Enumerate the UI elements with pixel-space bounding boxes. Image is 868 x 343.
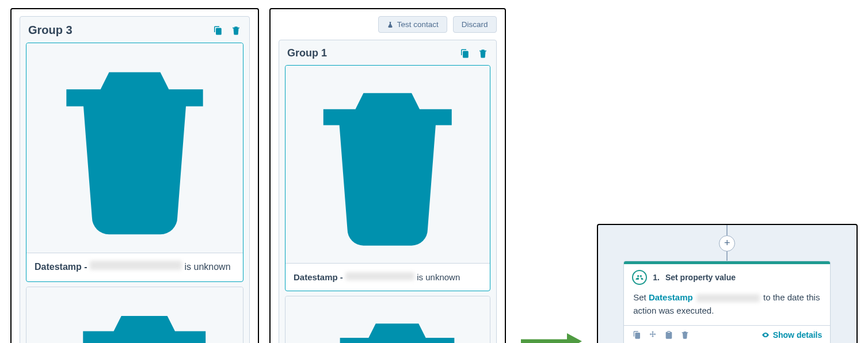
filter-trash-bar (26, 43, 243, 253)
step-index: 1. (653, 273, 660, 282)
group-body: Datestamp - is unknown AND Form submissi… (279, 65, 496, 343)
svg-marker-1 (567, 333, 582, 343)
trash-icon[interactable] (32, 47, 237, 251)
test-contact-button[interactable]: Test contact (378, 16, 447, 33)
and-block: AND Call-to-action (Legacy) has clicked … (26, 287, 243, 343)
group-card: Group 3 Datestamp - is unknown (20, 16, 250, 343)
datestamp-prefix: Datestamp - (35, 262, 90, 272)
add-step-button[interactable]: + (719, 235, 735, 251)
card-footer: Show details (624, 325, 830, 343)
group-body: Datestamp - is unknown AND Call-to-actio… (20, 43, 249, 343)
trash-icon[interactable] (680, 330, 690, 340)
show-details-label: Show details (773, 330, 823, 340)
discard-label: Discard (462, 20, 488, 29)
group-title: Group 1 (287, 47, 327, 59)
filter-block-datestamp[interactable]: Datestamp - is unknown (26, 43, 243, 282)
people-icon (632, 270, 647, 285)
datestamp-suffix: is unknown (417, 272, 460, 282)
group-actions (212, 25, 241, 36)
step-title: Set property value (665, 273, 736, 282)
arrow-icon (520, 331, 583, 343)
workflow-panel: + 1. Set property value Set Datestamp to… (597, 224, 858, 343)
filter-trash-bar (285, 66, 490, 264)
trash-icon[interactable] (311, 302, 483, 343)
trash-icon[interactable] (478, 48, 488, 59)
property-link[interactable]: Datestamp (649, 292, 693, 302)
datestamp-suffix: is unknown (184, 262, 230, 272)
clone-icon[interactable] (632, 330, 641, 340)
clone-icon[interactable] (212, 25, 223, 36)
group-title: Group 3 (28, 24, 73, 37)
trash-icon[interactable] (291, 69, 484, 262)
stage: Group 3 Datestamp - is unknown (10, 8, 858, 343)
eye-icon (762, 331, 770, 339)
trash-icon[interactable] (52, 293, 237, 343)
workflow-action-card[interactable]: 1. Set property value Set Datestamp to t… (623, 261, 831, 343)
group-card: Group 1 Datestamp - is unknown (279, 40, 497, 343)
move-icon[interactable] (648, 330, 657, 340)
redacted-value (696, 294, 760, 302)
card-action-icons (632, 330, 690, 340)
group-header: Group 3 (20, 17, 249, 43)
group-actions (459, 48, 488, 59)
mid-toolbar: Test contact Discard (279, 16, 497, 33)
redacted-value (90, 261, 182, 270)
filter-text: Datestamp - is unknown (26, 253, 243, 281)
trash-icon[interactable] (231, 25, 241, 36)
flask-icon (387, 21, 394, 28)
datestamp-prefix: Datestamp - (294, 272, 345, 282)
card-body: Set Datestamp to the date this action wa… (624, 288, 830, 326)
test-label: Test contact (397, 20, 439, 29)
clone-icon[interactable] (459, 48, 470, 59)
mid-panel: Test contact Discard Group 1 (269, 8, 506, 343)
filter-text: Datestamp - is unknown (285, 264, 490, 291)
group-header: Group 1 (279, 40, 496, 65)
redacted-value (345, 272, 414, 280)
discard-button[interactable]: Discard (453, 16, 497, 33)
card-header: 1. Set property value (624, 264, 830, 288)
and-header: AND (285, 296, 490, 343)
filter-block-datestamp[interactable]: Datestamp - is unknown (285, 65, 490, 291)
clipboard-icon[interactable] (664, 330, 673, 340)
left-panel: Group 3 Datestamp - is unknown (10, 8, 259, 343)
show-details-button[interactable]: Show details (762, 330, 823, 340)
body-before: Set (633, 292, 649, 302)
and-block: AND Form submission has filled out (285, 296, 490, 343)
and-header: AND (26, 287, 243, 343)
